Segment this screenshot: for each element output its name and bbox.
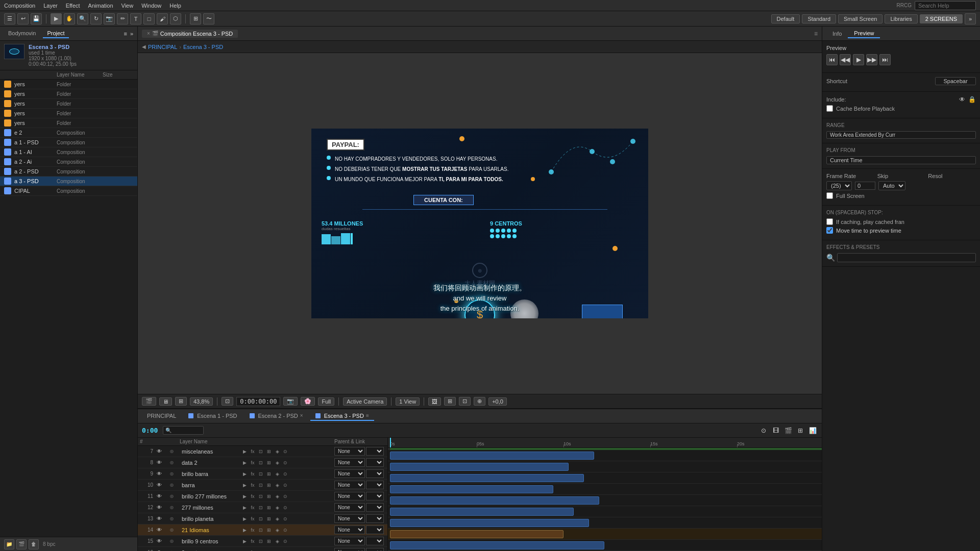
layer-3d-btn[interactable]: ⊙ bbox=[282, 493, 289, 500]
pen-tool[interactable]: ✏ bbox=[117, 13, 128, 24]
layer-guide-btn[interactable]: ◈ bbox=[274, 515, 281, 522]
comp-tab-close-icon[interactable]: × bbox=[147, 31, 150, 36]
layer-guide-btn[interactable]: ◈ bbox=[274, 504, 281, 511]
search-icon-tl[interactable] bbox=[163, 426, 204, 435]
guides-button[interactable]: ⊡ bbox=[459, 397, 471, 406]
menu-effect[interactable]: Effect bbox=[66, 3, 80, 9]
layer-expand-btn[interactable]: ▶ bbox=[241, 459, 248, 466]
preview-step-back[interactable]: ◀◀ bbox=[840, 54, 851, 65]
layer-motion-btn[interactable]: ⊡ bbox=[257, 459, 264, 466]
new-comp-button-bottom[interactable]: 🎬 bbox=[16, 539, 27, 549]
puppet-tool[interactable]: ⬡ bbox=[170, 13, 181, 24]
track-bar-12[interactable] bbox=[390, 508, 574, 516]
snapping-button[interactable]: ⊞ bbox=[190, 13, 201, 24]
layer-link-select[interactable] bbox=[366, 525, 384, 534]
current-time-display[interactable]: 0:00 bbox=[142, 427, 158, 434]
layer-solo-toggle[interactable]: ◎ bbox=[167, 504, 176, 512]
layer-visible-toggle[interactable]: 👁 bbox=[155, 526, 163, 534]
render-button[interactable]: 🖼 bbox=[428, 397, 441, 406]
menu-composition[interactable]: Composition bbox=[4, 3, 35, 9]
tl-tab-escena3-close[interactable]: ≡ bbox=[366, 413, 369, 418]
layer-motion-btn[interactable]: ⊡ bbox=[257, 549, 264, 552]
list-item[interactable]: a 2 - PSD Composition bbox=[0, 167, 137, 177]
track-bar-15[interactable] bbox=[390, 541, 604, 549]
track-bar-8[interactable] bbox=[390, 463, 569, 471]
layer-motion-btn[interactable]: ⊡ bbox=[257, 470, 264, 478]
workspace-2screens[interactable]: 2 SCREENS bbox=[920, 14, 963, 23]
frame-rate-select[interactable]: (25) bbox=[826, 181, 852, 190]
tl-tab-escena1[interactable]: Escena 1 - PSD bbox=[183, 412, 242, 421]
layer-row-12[interactable]: 12 👁 ◎ 277 millones ▶ fx ⊡ ⊞ ◈ ⊙ bbox=[138, 502, 387, 513]
layer-visible-toggle[interactable]: 👁 bbox=[155, 481, 163, 489]
layer-solo-toggle[interactable]: ◎ bbox=[167, 481, 176, 489]
hand-tool[interactable]: ✋ bbox=[64, 13, 75, 24]
zoom-button[interactable]: 43,8% bbox=[190, 397, 213, 406]
quality-button[interactable]: Full bbox=[318, 397, 334, 406]
layer-mode-select[interactable]: None bbox=[334, 548, 365, 551]
layer-effect-btn[interactable]: fx bbox=[249, 493, 256, 500]
layer-link-select[interactable] bbox=[366, 503, 384, 512]
layer-effect-btn[interactable]: fx bbox=[249, 482, 256, 489]
layer-3d-btn[interactable]: ⊙ bbox=[282, 459, 289, 466]
list-item[interactable]: yers Folder bbox=[0, 80, 137, 89]
tl-tab-escena2-close[interactable]: × bbox=[300, 413, 303, 418]
tl-tab-escena3[interactable]: Escena 3 - PSD ≡ bbox=[310, 412, 374, 421]
breadcrumb-arrow-left[interactable]: ◀ bbox=[142, 44, 146, 49]
track-bar-10[interactable] bbox=[390, 485, 553, 493]
workspace-small-screen[interactable]: Small Screen bbox=[838, 14, 883, 23]
layer-adjust-btn[interactable]: ⊞ bbox=[265, 482, 273, 489]
workspace-standard[interactable]: Standard bbox=[802, 14, 836, 23]
layer-link-select[interactable] bbox=[366, 548, 384, 551]
layer-adjust-btn[interactable]: ⊞ bbox=[265, 493, 273, 500]
breadcrumb-escena3[interactable]: Escena 3 - PSD bbox=[183, 44, 223, 50]
layer-link-select[interactable] bbox=[366, 481, 384, 489]
layer-row-11[interactable]: 11 👁 ◎ brillo 277 millones ▶ fx ⊡ ⊞ ◈ ⊙ bbox=[138, 491, 387, 502]
open-button[interactable]: ↩ bbox=[17, 13, 29, 24]
comp-tab-escena3[interactable]: × 🎬 Composition Escena 3 - PSD bbox=[142, 30, 238, 38]
camera-button[interactable]: Active Camera bbox=[343, 397, 387, 406]
workspace-more[interactable]: » bbox=[965, 13, 976, 24]
layer-mode-select[interactable]: None bbox=[334, 492, 365, 500]
comp-menu-icon[interactable]: ≡ bbox=[814, 30, 818, 37]
toggle-comp-button[interactable]: 🎬 bbox=[142, 397, 156, 406]
menu-animation[interactable]: Animation bbox=[88, 3, 113, 9]
layer-adjust-btn[interactable]: ⊞ bbox=[265, 448, 273, 455]
layer-visible-toggle[interactable]: 👁 bbox=[155, 492, 163, 500]
play-from-value[interactable]: Current Time bbox=[826, 156, 976, 164]
list-item[interactable]: CIPAL Composition bbox=[0, 186, 137, 196]
layer-solo-toggle[interactable]: ◎ bbox=[167, 492, 176, 500]
layer-expand-btn[interactable]: ▶ bbox=[241, 448, 248, 455]
layer-expand-btn[interactable]: ▶ bbox=[241, 493, 248, 500]
tab-preview[interactable]: Preview bbox=[848, 29, 880, 38]
save-button[interactable]: 💾 bbox=[31, 13, 42, 24]
panel-expand-icon[interactable]: » bbox=[130, 31, 133, 37]
search-help-input[interactable] bbox=[915, 1, 976, 10]
layer-motion-btn[interactable]: ⊡ bbox=[257, 448, 264, 455]
layer-mode-select[interactable]: None bbox=[334, 537, 365, 545]
layer-row-16[interactable]: 16 👁 ◎ 9 centros ▶ fx ⊡ ⊞ ◈ ⊙ bbox=[138, 547, 387, 551]
resolution-button[interactable]: 🖥 bbox=[159, 397, 172, 406]
layer-3d-btn[interactable]: ⊙ bbox=[282, 538, 289, 545]
paint-tool[interactable]: 🖌 bbox=[157, 13, 168, 24]
camera-tool[interactable]: 📷 bbox=[104, 13, 115, 24]
layer-guide-btn[interactable]: ◈ bbox=[274, 538, 281, 545]
layer-mode-select[interactable]: None bbox=[334, 469, 365, 478]
zoom-tool[interactable]: 🔍 bbox=[77, 13, 88, 24]
motion-sketch-button[interactable]: 〜 bbox=[203, 13, 214, 24]
layer-visible-toggle[interactable]: 👁 bbox=[155, 470, 163, 478]
fit-button[interactable]: ⊡ bbox=[222, 397, 233, 406]
preview-skip-end[interactable]: ⏭ bbox=[879, 54, 891, 65]
list-item[interactable]: yers Folder bbox=[0, 89, 137, 99]
layer-motion-btn[interactable]: ⊡ bbox=[257, 493, 264, 500]
list-item[interactable]: a 2 - Ai Composition bbox=[0, 157, 137, 167]
new-folder-button[interactable]: 📁 bbox=[4, 539, 14, 549]
layer-adjust-btn[interactable]: ⊞ bbox=[265, 470, 273, 478]
solo-button[interactable]: ⊙ bbox=[758, 425, 769, 436]
layer-mode-select[interactable]: None bbox=[334, 503, 365, 512]
breadcrumb-principal[interactable]: PRINCIPAL bbox=[148, 44, 177, 50]
list-item[interactable]: yers Folder bbox=[0, 99, 137, 109]
menu-help[interactable]: Help bbox=[169, 3, 181, 9]
layer-expand-btn[interactable]: ▶ bbox=[241, 527, 248, 534]
layer-solo-toggle[interactable]: ◎ bbox=[167, 459, 176, 467]
delete-button[interactable]: 🗑 bbox=[29, 539, 39, 549]
